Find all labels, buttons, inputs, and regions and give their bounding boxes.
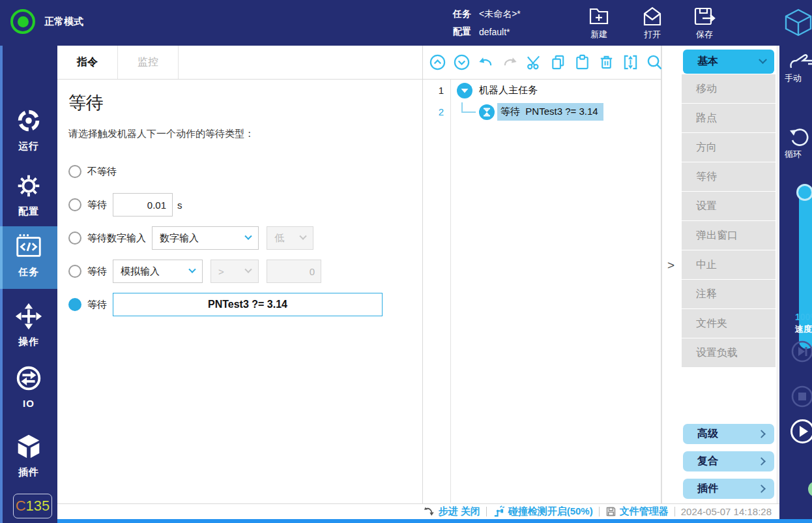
tab-bar: 指令 监控 bbox=[57, 46, 422, 80]
collision-detection-toggle[interactable]: 碰撞检测开启(50%) bbox=[493, 505, 593, 518]
move-up-icon[interactable] bbox=[429, 53, 446, 71]
group-label: 高级 bbox=[697, 427, 718, 441]
step-mode-toggle[interactable]: 步进 关闭 bbox=[424, 505, 480, 518]
file-manager-button[interactable]: 文件管理器 bbox=[605, 505, 669, 518]
cut-icon[interactable] bbox=[525, 53, 543, 71]
open-icon bbox=[641, 6, 663, 27]
manual-hand-icon[interactable] bbox=[789, 52, 812, 74]
instruction-item-comment[interactable]: 注释 bbox=[682, 280, 776, 308]
chevron-down-icon bbox=[299, 233, 306, 240]
open-task-button[interactable]: 打开 bbox=[632, 6, 673, 40]
sidebar-item-io[interactable]: IO bbox=[0, 358, 57, 414]
speed-label: 速度 bbox=[795, 323, 812, 335]
instruction-item-set[interactable]: 设置 bbox=[682, 192, 776, 220]
sidebar-item-task[interactable]: 任务 bbox=[0, 226, 57, 289]
tree-row-root[interactable]: 1 机器人主任务 bbox=[423, 80, 661, 101]
undo-icon[interactable] bbox=[477, 53, 495, 71]
no-wait-radio[interactable] bbox=[68, 165, 81, 178]
file-manager-icon bbox=[605, 506, 616, 517]
insert-icon[interactable] bbox=[622, 53, 639, 71]
search-icon[interactable] bbox=[646, 53, 663, 71]
expression-wait-label: 等待 bbox=[87, 299, 107, 311]
copy-icon[interactable] bbox=[549, 53, 567, 71]
task-config-info: 任务 <未命名>* 配置 default* bbox=[453, 5, 521, 40]
wait-time-input[interactable] bbox=[113, 193, 173, 217]
instruction-group-basic[interactable]: 基本 bbox=[683, 50, 774, 74]
chevron-down-icon bbox=[759, 55, 767, 64]
play-button[interactable] bbox=[789, 418, 812, 445]
instruction-item-popup[interactable]: 弹出窗口 bbox=[682, 221, 776, 250]
instruction-item-wait[interactable]: 等待 bbox=[682, 162, 776, 191]
digital-level-selected-value: 低 bbox=[274, 232, 284, 245]
jog-control-strip: 手动 循环 100% 速度 bbox=[779, 46, 812, 519]
option-analog-input-wait: 等待 模拟输入 > bbox=[68, 260, 422, 283]
wait-type-description: 请选择触发机器人下一个动作的等待类型： bbox=[68, 128, 422, 140]
step-arrow-icon bbox=[424, 506, 435, 518]
wait-form: 等待 请选择触发机器人下一个动作的等待类型： 不等待 等待 s 等待数字输入 数… bbox=[57, 80, 422, 316]
chevron-down-icon bbox=[244, 233, 252, 240]
sidebar-item-label: 插件 bbox=[18, 466, 39, 479]
speed-value: 100% bbox=[795, 312, 812, 322]
sidebar-item-label: 操作 bbox=[18, 336, 39, 348]
robot-id-badge[interactable]: C135 bbox=[13, 494, 52, 518]
instruction-item-waypoint[interactable]: 路点 bbox=[682, 104, 776, 132]
manual-mode-label: 手动 bbox=[785, 72, 802, 84]
new-folder-icon bbox=[588, 6, 610, 27]
group-label: 插件 bbox=[697, 482, 718, 496]
save-task-button[interactable]: 保存 bbox=[684, 6, 725, 40]
sidebar-item-plugin[interactable]: 插件 bbox=[0, 426, 57, 484]
digital-input-select[interactable]: 数字输入 bbox=[152, 226, 259, 250]
instruction-item-folder[interactable]: 文件夹 bbox=[682, 309, 776, 338]
mode-label: 正常模式 bbox=[44, 16, 83, 28]
instruction-item-set-payload[interactable]: 设置负载 bbox=[682, 338, 776, 367]
expression-input[interactable] bbox=[113, 293, 383, 316]
instruction-item-move[interactable]: 移动 bbox=[682, 74, 776, 103]
tab-monitor[interactable]: 监控 bbox=[118, 46, 179, 79]
analog-wait-radio[interactable] bbox=[68, 265, 81, 278]
digital-level-select[interactable]: 低 bbox=[267, 226, 313, 250]
analog-threshold-input[interactable] bbox=[267, 260, 321, 283]
collision-icon bbox=[493, 505, 505, 518]
expand-triangle-icon[interactable] bbox=[456, 82, 473, 99]
instruction-group-compound[interactable]: 复合 bbox=[683, 451, 774, 471]
instruction-item-abort[interactable]: 中止 bbox=[682, 250, 776, 279]
tree-row-wait[interactable]: 2 等待 PNTest3 ?= 3.14 bbox=[423, 101, 661, 123]
chevron-right-icon bbox=[757, 485, 766, 493]
loop-mode-label: 循环 bbox=[785, 149, 802, 160]
paste-icon[interactable] bbox=[573, 53, 591, 71]
panel-expand-handle[interactable]: > bbox=[667, 258, 674, 273]
analog-input-selected-value: 模拟输入 bbox=[121, 265, 160, 278]
speed-slider-handle[interactable] bbox=[796, 184, 812, 201]
sidebar-item-label: 配置 bbox=[18, 205, 39, 218]
step-forward-button[interactable] bbox=[790, 339, 812, 364]
sidebar-item-label: 任务 bbox=[18, 266, 39, 278]
instruction-item-direction[interactable]: 方向 bbox=[682, 133, 776, 162]
stop-button[interactable] bbox=[790, 384, 812, 409]
timed-wait-radio[interactable] bbox=[68, 198, 81, 211]
sidebar-item-config[interactable]: 配置 bbox=[0, 166, 57, 223]
new-task-button[interactable]: 新建 bbox=[579, 6, 619, 40]
save-icon bbox=[693, 6, 716, 27]
analog-operator-select[interactable]: > bbox=[210, 260, 259, 283]
status-separator bbox=[486, 507, 487, 516]
line-number: 1 bbox=[423, 85, 450, 96]
digital-wait-radio[interactable] bbox=[68, 232, 81, 245]
analog-input-select[interactable]: 模拟输入 bbox=[113, 260, 203, 283]
redo-icon[interactable] bbox=[501, 53, 519, 71]
sidebar-item-run[interactable]: 运行 bbox=[0, 100, 57, 158]
task-code-icon bbox=[14, 232, 44, 262]
tab-command[interactable]: 指令 bbox=[57, 46, 118, 79]
delete-icon[interactable] bbox=[598, 53, 615, 71]
move-down-icon[interactable] bbox=[453, 53, 471, 71]
tree-node-label: 机器人主任务 bbox=[479, 84, 538, 97]
group-label: 复合 bbox=[697, 455, 718, 468]
expression-wait-radio[interactable] bbox=[68, 298, 81, 311]
instruction-group-plugin[interactable]: 插件 bbox=[683, 479, 774, 499]
sidebar-item-operate[interactable]: 操作 bbox=[0, 296, 57, 353]
loop-icon[interactable] bbox=[789, 128, 811, 151]
new-task-label: 新建 bbox=[590, 29, 607, 40]
brand-logo[interactable] bbox=[783, 7, 812, 40]
wait-hourglass-icon bbox=[478, 104, 495, 121]
instruction-group-advanced[interactable]: 高级 bbox=[683, 424, 774, 444]
robot-id-prefix: C bbox=[16, 498, 26, 515]
